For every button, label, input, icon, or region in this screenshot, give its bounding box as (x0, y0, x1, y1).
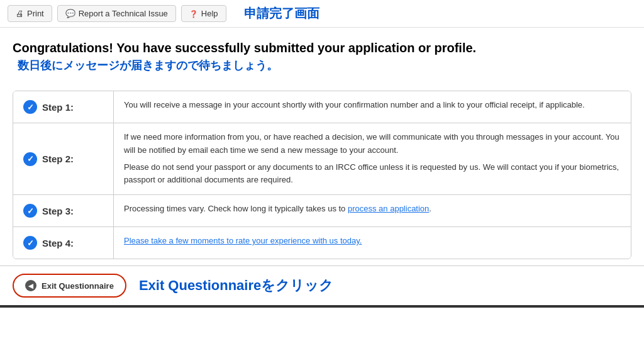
step-1-content: You will receive a message in your accou… (114, 91, 631, 123)
report-issue-button[interactable]: Report a Technical Issue (57, 5, 176, 22)
step-3-row: ✓ Step 3: Processing times vary. Check h… (13, 195, 631, 227)
help-icon (189, 9, 198, 18)
step-3-pre: Processing times vary. Check how long it… (124, 204, 348, 213)
step-2-text-1: If we need more information from you, or… (124, 131, 621, 157)
print-icon (16, 9, 24, 18)
step-4-text: Please take a few moments to rate your e… (124, 235, 621, 248)
print-label: Print (27, 9, 44, 18)
toolbar: Print Report a Technical Issue Help 申請完了… (0, 0, 644, 28)
step-1-row: ✓ Step 1: You will receive a message in … (13, 91, 631, 123)
help-button[interactable]: Help (181, 5, 226, 22)
rate-experience-link[interactable]: Please take a few moments to rate your e… (124, 236, 362, 245)
congrats-jp: 数日後にメッセージが届きますので待ちましょう。 (18, 58, 278, 73)
step-2-text-2: Please do not send your passport or any … (124, 161, 621, 187)
step-3-label: Step 3: (42, 206, 74, 216)
step-4-label: Step 4: (42, 238, 74, 248)
step-2-label: Step 2: (42, 153, 74, 164)
exit-label: Exit Questionnaire (42, 281, 114, 291)
step-1-label-col: ✓ Step 1: (13, 91, 114, 123)
bottom-border (0, 305, 644, 308)
print-button[interactable]: Print (8, 5, 52, 22)
step-2-row: ✓ Step 2: If we need more information fr… (13, 123, 631, 195)
step-4-check-icon: ✓ (23, 236, 37, 250)
help-label: Help (201, 9, 218, 18)
congrats-heading: Congratulations! You have successfully s… (13, 39, 476, 57)
steps-container: ✓ Step 1: You will receive a message in … (13, 91, 631, 259)
step-4-label-col: ✓ Step 4: (13, 227, 114, 259)
step-3-label-col: ✓ Step 3: (13, 195, 114, 226)
step-3-text: Processing times vary. Check how long it… (124, 203, 621, 216)
main-content: Congratulations! You have successfully s… (0, 28, 644, 265)
page-title-jp: 申請完了画面 (244, 5, 319, 22)
step-4-content: Please take a few moments to rate your e… (114, 227, 631, 259)
report-label: Report a Technical Issue (79, 9, 168, 18)
process-application-link[interactable]: process an application (348, 204, 429, 213)
step-2-content: If we need more information from you, or… (114, 123, 631, 194)
chat-icon (65, 9, 75, 18)
step-2-check-icon: ✓ (23, 152, 37, 166)
step-4-row: ✓ Step 4: Please take a few moments to r… (13, 227, 631, 259)
bottom-bar: ◀ Exit Questionnaire Exit Questionnaireを… (0, 265, 644, 305)
step-1-label: Step 1: (42, 102, 74, 113)
exit-label-jp: Exit Questionnaireをクリック (139, 276, 333, 295)
congrats-row: Congratulations! You have successfully s… (13, 39, 631, 82)
step-1-text: You will receive a message in your accou… (124, 99, 621, 112)
step-2-label-col: ✓ Step 2: (13, 123, 114, 194)
exit-icon: ◀ (25, 280, 36, 291)
exit-questionnaire-button[interactable]: ◀ Exit Questionnaire (13, 274, 126, 298)
step-3-content: Processing times vary. Check how long it… (114, 195, 631, 226)
step-1-check-icon: ✓ (23, 100, 37, 114)
step-3-post: . (429, 204, 431, 213)
step-3-check-icon: ✓ (23, 204, 37, 218)
